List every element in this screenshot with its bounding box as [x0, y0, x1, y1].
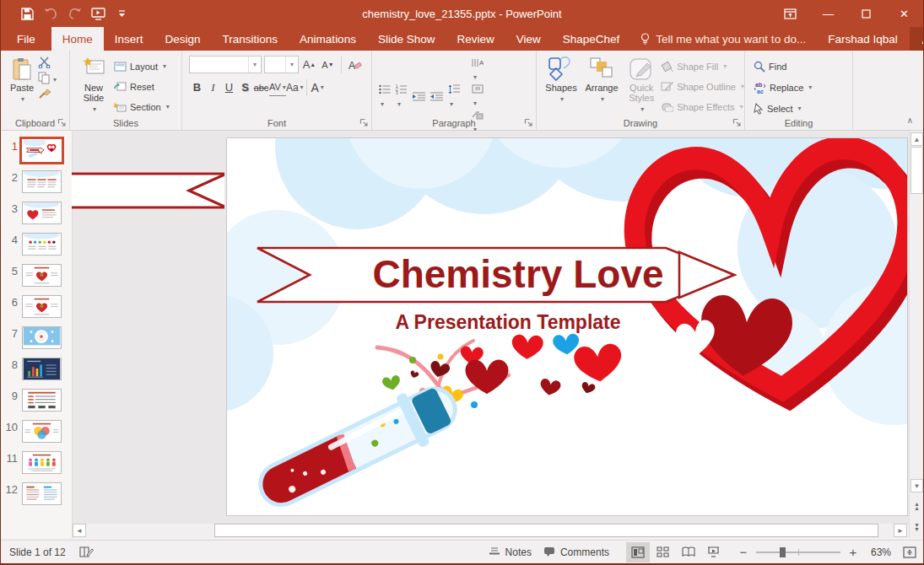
ribbon-display-options-icon[interactable]: [771, 0, 809, 27]
shape-effects-button[interactable]: Shape Effects: [661, 98, 744, 116]
reset-button[interactable]: Reset: [114, 78, 170, 95]
comments-toggle[interactable]: Comments: [543, 546, 609, 558]
font-dialog-launcher[interactable]: [359, 118, 369, 127]
vertical-scroll-thumb[interactable]: [910, 147, 923, 194]
slide-thumbnail[interactable]: [22, 451, 62, 474]
quick-styles-button[interactable]: Quick Styles: [622, 53, 661, 116]
increase-indent-button[interactable]: [430, 92, 443, 102]
scroll-up-button[interactable]: ▲: [910, 132, 923, 146]
slide-thumbnail-row[interactable]: 10: [1, 420, 72, 443]
slide-thumbnail[interactable]: [22, 264, 62, 287]
clipboard-dialog-launcher[interactable]: [57, 118, 67, 127]
slide-thumbnail[interactable]: [22, 326, 62, 349]
vertical-scrollbar[interactable]: ▲ ▼ ▲▲ ▼▼: [909, 131, 923, 538]
zoom-level[interactable]: 63%: [871, 546, 891, 558]
slide-thumbnail-row[interactable]: 6: [1, 295, 72, 318]
slide-thumbnail[interactable]: [22, 202, 62, 224]
tab-transitions[interactable]: Transitions: [212, 27, 289, 51]
previous-slide-button[interactable]: ▲▲: [910, 502, 923, 510]
italic-button[interactable]: I: [205, 78, 221, 96]
slide-thumbnail[interactable]: [22, 233, 62, 256]
slide-thumbnail-row[interactable]: 12: [1, 482, 72, 505]
shrink-font-button[interactable]: A▼: [320, 56, 336, 73]
customize-qat-icon[interactable]: [114, 6, 129, 21]
start-from-beginning-icon[interactable]: [90, 6, 105, 21]
slide-thumbnail-row[interactable]: 5: [1, 264, 72, 287]
slide-subtitle-text[interactable]: A Presentation Template: [395, 311, 620, 333]
tab-design[interactable]: Design: [154, 27, 212, 51]
grow-font-button[interactable]: A▲: [301, 56, 317, 73]
close-button[interactable]: ✕: [885, 0, 923, 27]
align-text-button[interactable]: [472, 84, 484, 109]
find-button[interactable]: Find: [754, 57, 852, 75]
slide-thumbnail-panel[interactable]: 123456789101112: [1, 131, 73, 538]
new-slide-dropdown[interactable]: [91, 103, 96, 113]
share-button[interactable]: Share: [910, 27, 924, 51]
decrease-indent-button[interactable]: [413, 92, 425, 102]
tab-review[interactable]: Review: [446, 27, 505, 51]
shapes-dropdown[interactable]: [559, 93, 564, 103]
slide-thumbnail[interactable]: [22, 420, 62, 443]
paragraph-dialog-launcher[interactable]: [524, 118, 533, 127]
quick-styles-dropdown[interactable]: [639, 103, 644, 113]
drawing-dialog-launcher[interactable]: [732, 118, 742, 127]
user-name[interactable]: Farshad Iqbal: [816, 27, 910, 51]
slide-thumbnail[interactable]: [22, 389, 62, 412]
slide-thumbnail-row[interactable]: 7: [1, 326, 72, 349]
slide-thumbnail[interactable]: [22, 295, 62, 318]
tell-me-box[interactable]: Tell me what you want to do...: [630, 27, 816, 51]
slide-thumbnail-row[interactable]: 11: [1, 451, 72, 474]
arrange-dropdown[interactable]: [599, 93, 604, 103]
cut-icon[interactable]: [38, 56, 57, 68]
character-spacing-button[interactable]: AV: [269, 78, 286, 96]
new-slide-button[interactable]: New Slide: [73, 53, 114, 116]
change-case-button[interactable]: Aa: [286, 78, 304, 96]
select-button[interactable]: Select: [754, 100, 852, 117]
slide-canvas[interactable]: Chemistry Love A Presentation Template: [226, 137, 908, 516]
numbering-button[interactable]: 123: [396, 84, 408, 110]
arrange-button[interactable]: Arrange: [581, 53, 622, 116]
zoom-in-button[interactable]: +: [847, 545, 859, 559]
slide-thumbnail[interactable]: [22, 139, 62, 162]
format-painter-icon[interactable]: [38, 87, 57, 100]
slide-thumbnail-row[interactable]: 3: [1, 202, 72, 224]
clear-formatting-button[interactable]: A: [347, 56, 363, 73]
slide-show-button[interactable]: [702, 542, 726, 562]
section-button[interactable]: Section: [114, 98, 170, 116]
maximize-button[interactable]: [847, 0, 885, 27]
notes-toggle[interactable]: Notes: [489, 546, 532, 558]
slide-thumbnail-row[interactable]: 9: [1, 389, 72, 412]
scroll-left-button[interactable]: ◄: [73, 524, 86, 537]
tab-insert[interactable]: Insert: [104, 27, 154, 51]
tab-shapechef[interactable]: ShapeChef: [552, 27, 631, 51]
next-slide-button[interactable]: ▼▼: [910, 523, 923, 531]
collapse-ribbon-icon[interactable]: ∧: [907, 116, 913, 125]
shape-outline-button[interactable]: Shape Outline: [661, 78, 744, 95]
scroll-right-button[interactable]: ►: [894, 524, 907, 537]
tab-file[interactable]: File: [1, 27, 51, 51]
zoom-out-button[interactable]: −: [738, 545, 749, 559]
bullets-button[interactable]: [379, 84, 391, 110]
slide-sorter-view-button[interactable]: [651, 542, 675, 562]
replace-button[interactable]: abac Replace: [754, 78, 852, 96]
font-size-combo[interactable]: ▾: [264, 56, 299, 73]
underline-button[interactable]: U: [221, 78, 237, 96]
zoom-slider-track[interactable]: [756, 552, 840, 553]
slide-thumbnail[interactable]: [22, 170, 62, 193]
tab-animations[interactable]: Animations: [289, 27, 367, 51]
tab-view[interactable]: View: [505, 27, 552, 51]
reading-view-button[interactable]: [677, 542, 700, 562]
slide-thumbnail-row[interactable]: 2: [1, 170, 72, 193]
spell-check-icon[interactable]: [79, 546, 94, 558]
strikethrough-button[interactable]: abc: [253, 78, 269, 96]
text-direction-button[interactable]: A: [472, 58, 484, 83]
slide-thumbnail[interactable]: [22, 482, 62, 505]
slide-thumbnail-row[interactable]: 1: [1, 139, 72, 162]
shapes-button[interactable]: Shapes: [541, 53, 581, 116]
zoom-slider-thumb[interactable]: [780, 547, 786, 557]
slide-title-text[interactable]: Chemistry Love: [372, 252, 663, 296]
paste-button[interactable]: Paste: [6, 53, 38, 103]
font-name-combo[interactable]: ▾: [189, 56, 262, 73]
minimize-button[interactable]: —: [809, 0, 847, 27]
tab-slide-show[interactable]: Slide Show: [367, 27, 446, 51]
